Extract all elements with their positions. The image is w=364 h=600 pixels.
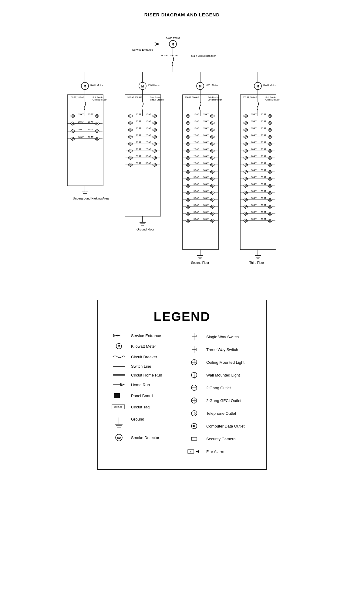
legend-left-column: Service Entrance M Kilowatt Meter (110, 332, 179, 460)
svg-text:30 AT: 30 AT (261, 218, 266, 220)
svg-text:13: 13 (187, 157, 189, 159)
svg-text:18: 18 (211, 171, 214, 173)
svg-text:30 AT: 30 AT (251, 197, 257, 199)
svg-text:01: 01 (129, 115, 132, 117)
svg-rect-523 (191, 437, 197, 440)
svg-text:09: 09 (244, 143, 247, 145)
2gang-gfci-label: 2 Gang GFCI Outlet (206, 398, 241, 403)
svg-text:Main Circuit Breaker: Main Circuit Breaker (191, 54, 216, 57)
telephone-outlet-label: Telephone Outlet (206, 411, 236, 416)
svg-text:05: 05 (129, 129, 132, 131)
svg-text:15 AT: 15 AT (203, 120, 209, 122)
svg-text:30 AT: 30 AT (251, 204, 257, 206)
svg-text:15 AT: 15 AT (146, 113, 151, 115)
legend-grid: Service Entrance M Kilowatt Meter (110, 332, 254, 460)
svg-text:F: F (190, 450, 192, 453)
svg-text:27: 27 (244, 206, 247, 208)
page: RISER DIAGRAM AND LEGEND KWH Meter M Ser… (0, 0, 364, 482)
svg-text:20 AT: 20 AT (203, 134, 209, 136)
svg-text:31: 31 (244, 220, 247, 222)
svg-text:12: 12 (269, 150, 271, 152)
svg-text:30 AT: 30 AT (194, 218, 199, 220)
circuit-home-run-icon (110, 373, 128, 377)
fire-alarm-label: Fire Alarm (206, 449, 224, 454)
svg-text:15 AT: 15 AT (194, 113, 199, 115)
svg-text:29: 29 (187, 213, 189, 215)
svg-text:Sub Feeder: Sub Feeder (150, 96, 161, 98)
svg-text:12: 12 (211, 150, 214, 152)
svg-text:22: 22 (211, 185, 214, 187)
legend-item-ceiling-mounted-light: Ceiling Mounted Light (185, 358, 254, 366)
svg-text:KWH Meter: KWH Meter (206, 84, 218, 87)
svg-text:30 AT: 30 AT (194, 176, 199, 178)
svg-text:20 AT: 20 AT (261, 148, 266, 150)
svg-line-4 (155, 42, 157, 44)
svg-text:30 AT: 30 AT (203, 190, 209, 192)
svg-text:19: 19 (187, 178, 189, 180)
svg-text:30 AT: 30 AT (88, 136, 93, 138)
kwh-meter-label: Kilowatt Meter (131, 344, 156, 349)
svg-text:30 AT: 30 AT (88, 128, 93, 131)
svg-text:29: 29 (244, 213, 247, 215)
svg-text:Circuit Breaker: Circuit Breaker (93, 99, 107, 101)
svg-text:Circuit Breaker: Circuit Breaker (208, 99, 222, 101)
svg-text:M: M (84, 85, 86, 88)
svg-text:30 AT: 30 AT (146, 162, 151, 164)
svg-text:20 AT: 20 AT (261, 162, 266, 164)
svg-text:20 AT: 20 AT (136, 141, 141, 143)
svg-text:KWH Meter: KWH Meter (148, 84, 161, 87)
svg-text:20 AT: 20 AT (261, 141, 266, 143)
svg-text:250 AT, 300 AF: 250 AT, 300 AF (243, 96, 257, 98)
computer-data-outlet-icon (185, 422, 203, 430)
svg-text:08: 08 (269, 136, 271, 138)
svg-text:15 AT: 15 AT (251, 127, 257, 129)
svg-line-6 (155, 44, 157, 46)
svg-text:23: 23 (244, 192, 247, 194)
legend-item-smoke-detector: SD Smoke Detector (110, 433, 179, 442)
single-way-switch-label: Single Way Switch (206, 335, 239, 339)
svg-text:10: 10 (211, 143, 214, 145)
svg-marker-7 (157, 43, 160, 45)
home-run-label: Home Run (131, 383, 150, 387)
svg-text:30 AT: 30 AT (203, 218, 209, 220)
three-way-switch-label: Three Way Switch (206, 347, 238, 352)
2gang-gfci-icon (185, 396, 203, 405)
svg-text:30 AT: 30 AT (261, 169, 266, 171)
legend-item-2gang-outlet: 2 Gang Outlet (185, 384, 254, 392)
svg-text:M: M (141, 85, 144, 88)
circuit-tag-label: Circuit Tag (131, 405, 150, 409)
svg-text:19: 19 (244, 178, 247, 180)
svg-text:07: 07 (72, 138, 74, 140)
svg-text:13: 13 (129, 157, 132, 159)
svg-text:07: 07 (129, 136, 132, 138)
svg-text:20 AT: 20 AT (88, 121, 93, 123)
circuit-breaker-label: Circuit Breaker (131, 355, 157, 359)
svg-text:20 AT: 20 AT (146, 134, 151, 136)
svg-text:06: 06 (269, 129, 271, 131)
svg-text:08: 08 (96, 138, 98, 140)
svg-text:25: 25 (244, 199, 247, 201)
svg-text:17: 17 (187, 171, 189, 173)
legend-item-fire-alarm: F Fire Alarm (185, 447, 254, 456)
svg-text:11: 11 (129, 150, 132, 152)
svg-text:21: 21 (187, 185, 189, 187)
svg-text:05: 05 (72, 130, 74, 132)
svg-text:18: 18 (269, 171, 271, 173)
svg-text:30: 30 (211, 213, 214, 215)
svg-text:20 AT: 20 AT (251, 134, 257, 136)
svg-text:04: 04 (269, 122, 271, 124)
page-title: RISER DIAGRAM AND LEGEND (18, 12, 346, 17)
legend-item-wall-mounted-light: Wall Mounted Light (185, 371, 254, 379)
home-run-icon (110, 382, 128, 388)
svg-text:M: M (172, 43, 174, 46)
svg-text:30 AT: 30 AT (203, 211, 209, 213)
svg-text:300 AT, 250 AF: 300 AT, 250 AF (127, 96, 142, 98)
ceiling-mounted-light-icon (185, 358, 203, 366)
svg-text:20 AT: 20 AT (261, 155, 266, 157)
svg-text:24: 24 (269, 192, 271, 194)
svg-text:06: 06 (211, 129, 214, 131)
svg-text:04: 04 (153, 122, 156, 124)
svg-text:20 AT: 20 AT (136, 134, 141, 136)
svg-text:30 AT: 30 AT (251, 190, 257, 192)
svg-text:03: 03 (187, 122, 189, 124)
